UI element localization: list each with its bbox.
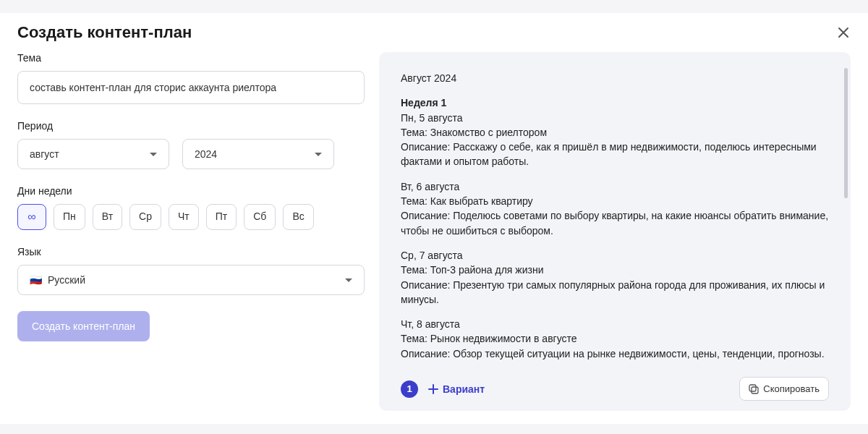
- variant-badge[interactable]: 1: [401, 380, 418, 398]
- add-variant-label: Вариант: [443, 383, 485, 395]
- day-chip-Ср[interactable]: Ср: [129, 204, 161, 230]
- close-icon: [838, 27, 849, 38]
- content-plan-panel: Создать контент-план Тема Период август …: [0, 13, 868, 424]
- svg-rect-0: [752, 387, 758, 393]
- output-entry: Ср, 7 августаТема: Топ-3 района для жизн…: [401, 248, 829, 307]
- svg-rect-1: [749, 385, 756, 391]
- period-label: Период: [17, 120, 365, 132]
- day-chip-Пт[interactable]: Пт: [206, 204, 237, 230]
- day-chip-Вт[interactable]: Вт: [93, 204, 122, 230]
- day-chip-Вс[interactable]: Вс: [283, 204, 313, 230]
- day-chip-Сб[interactable]: Сб: [244, 204, 276, 230]
- copy-button[interactable]: Скопировать: [739, 377, 829, 401]
- flag-icon: 🇷🇺: [30, 274, 42, 286]
- day-chip-Чт[interactable]: Чт: [169, 204, 199, 230]
- year-select[interactable]: 2024: [182, 139, 334, 169]
- output-month: Август 2024: [401, 71, 829, 85]
- output-week-title: Неделя 1: [401, 95, 829, 110]
- copy-label: Скопировать: [763, 383, 820, 394]
- close-button[interactable]: [836, 25, 851, 40]
- add-variant-button[interactable]: Вариант: [428, 383, 485, 395]
- copy-icon: [749, 384, 759, 394]
- page-title: Создать контент-план: [17, 23, 192, 42]
- form-column: Тема Период август 2024 Дни недел: [17, 52, 365, 411]
- language-select[interactable]: 🇷🇺Русский: [17, 265, 365, 295]
- chevron-down-icon: [150, 153, 157, 156]
- days-label: Дни недели: [17, 185, 365, 197]
- output-panel: Август 2024 Неделя 1 Пн, 5 августаТема: …: [379, 52, 851, 411]
- day-chip-all[interactable]: ∞: [17, 204, 46, 230]
- output-entry: Чт, 8 августаТема: Рынок недвижимости в …: [401, 317, 829, 361]
- language-label: Язык: [17, 246, 365, 258]
- theme-input[interactable]: [17, 71, 365, 104]
- plus-icon: [428, 384, 438, 394]
- output-entry: Вт, 6 августаТема: Как выбрать квартируО…: [401, 179, 829, 238]
- month-value: август: [30, 148, 59, 160]
- day-chip-Пн[interactable]: Пн: [54, 204, 85, 230]
- theme-label: Тема: [17, 52, 365, 64]
- create-plan-button[interactable]: Создать контент-план: [17, 311, 150, 341]
- scrollbar[interactable]: [844, 68, 848, 198]
- chevron-down-icon: [315, 153, 322, 156]
- month-select[interactable]: август: [17, 139, 169, 169]
- chevron-down-icon: [345, 278, 352, 282]
- language-value: Русский: [48, 274, 85, 286]
- output-entry: Пн, 5 августаТема: Знакомство с риелторо…: [401, 111, 829, 169]
- year-value: 2024: [195, 148, 217, 160]
